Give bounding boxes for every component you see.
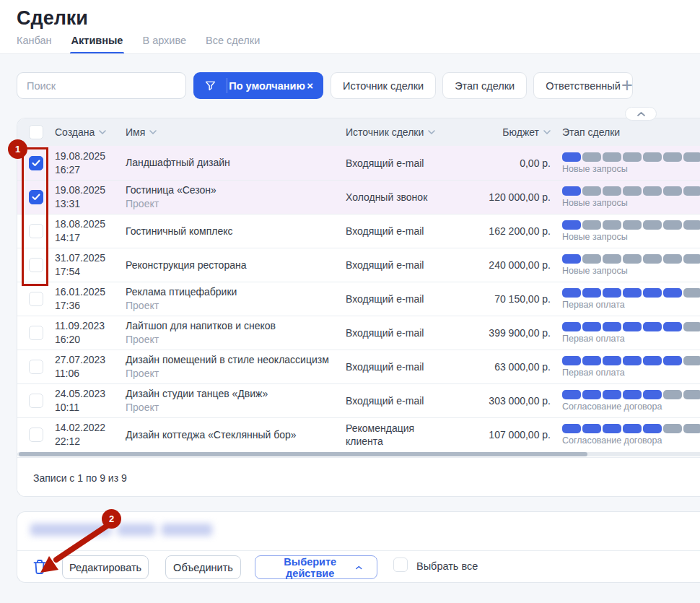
name-cell[interactable]: Гостиница «Сезон» Проект (126, 183, 346, 211)
table-row[interactable]: 24.05.2023 10:11 Дизайн студии танцев «Д… (17, 383, 700, 417)
column-header-stage: Этап сделки (551, 126, 700, 138)
column-header-budget[interactable]: Бюджет (450, 126, 551, 138)
stage-segment (562, 288, 581, 298)
row-checkbox[interactable] (29, 190, 43, 204)
stage-segment (562, 424, 581, 433)
row-checkbox[interactable] (29, 428, 43, 442)
stage-segment (582, 186, 601, 196)
chevron-down-icon (543, 130, 551, 134)
stage-segment (623, 220, 642, 230)
deal-name: Ландшафтный дизайн (126, 156, 338, 170)
stage-segment (623, 322, 642, 331)
budget-cell: 240 000,00 р. (450, 259, 551, 271)
stage-segment (643, 424, 662, 433)
filter-chip-0[interactable]: Источник сделки (331, 72, 436, 99)
deal-budget: 63 000,00 р. (494, 361, 551, 373)
stage-segment (582, 390, 601, 399)
row-checkbox[interactable] (29, 326, 43, 340)
stage-segment (623, 254, 642, 264)
table-row[interactable]: 19.08.2025 13:31 Гостиница «Сезон» Проек… (17, 180, 700, 214)
column-header-created[interactable]: Создана (55, 126, 126, 138)
name-cell[interactable]: Дизайн помещений в стиле неоклассицизм П… (126, 353, 346, 381)
tab-2[interactable]: В архиве (142, 35, 186, 49)
table-header-row: Создана Имя Источник сделки Бюджет Этап … (17, 118, 700, 146)
created-date: 24.05.2023 (55, 387, 126, 401)
name-cell[interactable]: Дизайн коттеджа «Стеклянный бор» (126, 428, 346, 442)
budget-cell: 70 150,00 р. (450, 293, 551, 305)
created-cell: 19.08.2025 13:31 (55, 183, 126, 211)
tab-0[interactable]: Канбан (17, 35, 52, 49)
tab-3[interactable]: Все сделки (206, 35, 260, 49)
stage-segment (683, 288, 700, 298)
edit-button[interactable]: Редактировать (62, 555, 149, 579)
stage-segment (603, 424, 621, 433)
row-checkbox[interactable] (29, 292, 43, 306)
table-row[interactable]: 16.01.2025 17:36 Реклама птицефабрики Пр… (17, 282, 700, 316)
stage-cell: Согласование договора (551, 424, 700, 446)
choose-action-button[interactable]: Выберите действие (255, 555, 377, 579)
name-cell[interactable]: Ландшафтный дизайн (126, 156, 346, 170)
table-row[interactable]: 14.02.2022 22:12 Дизайн коттеджа «Стекля… (17, 417, 700, 451)
table-row[interactable]: 31.07.2025 17:54 Реконструкция ресторана… (17, 248, 700, 282)
row-checkbox[interactable] (29, 156, 43, 170)
deal-source: Входящий e-mail (346, 225, 424, 237)
deal-budget: 120 000,00 р. (489, 191, 551, 203)
stage-segment (623, 152, 642, 162)
stage-progress-bar (562, 152, 700, 162)
filter-preset-button[interactable]: По умолчанию × (193, 72, 323, 99)
source-cell: Входящий e-mail (346, 292, 450, 305)
stage-segment (562, 322, 581, 331)
deal-name: Дизайн студии танцев «Движ» (126, 387, 338, 401)
filter-clear-icon[interactable]: × (307, 79, 313, 92)
stage-label: Первая оплата (562, 368, 700, 378)
name-cell[interactable]: Реконструкция ресторана (126, 259, 346, 272)
search-input[interactable] (17, 72, 186, 99)
chevron-down-icon (99, 130, 106, 134)
table-row[interactable]: 11.09.2023 16:20 Лайтшоп для напитков и … (17, 316, 700, 350)
tab-1[interactable]: Активные (71, 35, 123, 49)
name-cell[interactable]: Дизайн студии танцев «Движ» Проект (126, 387, 346, 415)
stage-segment (663, 424, 682, 433)
stage-segment (562, 390, 581, 399)
stage-label: Новые запросы (562, 232, 700, 242)
stage-segment (603, 390, 621, 399)
table-row[interactable]: 18.08.2025 14:17 Гостиничный комплекс Вх… (17, 214, 700, 248)
records-summary-bar: Записи с 1 по 9 из 9 (17, 457, 700, 497)
filter-chips: Источник сделкиЭтап сделкиОтветственный (331, 72, 633, 99)
merge-button[interactable]: Объединить (165, 555, 241, 579)
row-checkbox[interactable] (29, 360, 43, 374)
delete-button[interactable] (30, 557, 50, 577)
column-header-name[interactable]: Имя (126, 126, 346, 138)
stage-segment (643, 254, 662, 264)
name-cell[interactable]: Реклама птицефабрики Проект (126, 285, 346, 313)
header-checkbox[interactable] (29, 125, 43, 139)
row-checkbox[interactable] (29, 394, 43, 408)
name-cell[interactable]: Гостиничный комплекс (126, 225, 346, 238)
table-row[interactable]: 27.07.2023 11:06 Дизайн помещений в стил… (17, 350, 700, 383)
name-cell[interactable]: Лайтшоп для напитков и снеков Проект (126, 319, 346, 347)
scrollbar-thumb[interactable] (19, 452, 587, 456)
row-checkbox[interactable] (29, 224, 43, 238)
stage-segment (663, 390, 682, 399)
table-row[interactable]: 19.08.2025 16:27 Ландшафтный дизайн Вход… (17, 146, 700, 180)
deal-name: Дизайн помещений в стиле неоклассицизм (126, 353, 338, 367)
deal-name: Реконструкция ресторана (126, 259, 338, 272)
column-header-source[interactable]: Источник сделки (346, 126, 450, 138)
chevron-up-icon (356, 565, 362, 570)
created-time: 22:12 (55, 435, 126, 448)
created-date: 14.02.2022 (55, 421, 126, 435)
add-filter-button[interactable]: + (617, 74, 637, 96)
stage-segment (623, 424, 642, 433)
stage-segment (643, 220, 662, 230)
created-date: 19.08.2025 (55, 183, 126, 197)
stage-segment (643, 152, 662, 162)
collapse-toolbar-button[interactable] (625, 107, 657, 121)
source-cell: Входящий e-mail (346, 225, 450, 238)
source-cell: Рекомендация клиента (346, 422, 450, 448)
row-checkbox[interactable] (29, 258, 43, 272)
stage-segment (582, 356, 601, 365)
filter-chip-1[interactable]: Этап сделки (442, 72, 527, 99)
select-all-checkbox[interactable] (393, 558, 408, 572)
created-time: 16:20 (55, 333, 126, 347)
funnel-icon[interactable] (193, 79, 227, 92)
